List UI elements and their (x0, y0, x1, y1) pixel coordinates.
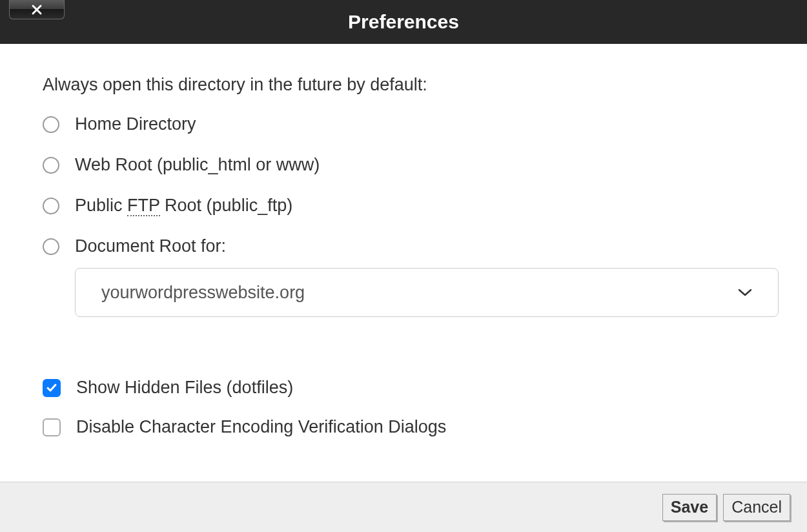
checkbox-disable-encoding[interactable] (43, 418, 61, 436)
checkbox-group: Show Hidden Files (dotfiles) Disable Cha… (43, 378, 764, 437)
close-icon (30, 3, 43, 16)
radio-row-ftp: Public FTP Root (public_ftp) (43, 196, 764, 216)
radio-document-root[interactable] (43, 238, 59, 255)
checkbox-row-show-hidden: Show Hidden Files (dotfiles) (43, 378, 764, 398)
cancel-button[interactable]: Cancel (723, 494, 790, 521)
document-root-select[interactable]: yourwordpresswebsite.org (75, 268, 779, 317)
dialog-title: Preferences (348, 11, 459, 33)
radio-public-ftp[interactable] (43, 198, 59, 214)
radio-label-document-root[interactable]: Document Root for: (75, 236, 226, 256)
document-root-select-wrapper: yourwordpresswebsite.org (75, 268, 764, 317)
document-root-select-value: yourwordpresswebsite.org (101, 283, 305, 303)
section-heading: Always open this directory in the future… (43, 75, 764, 95)
dialog-footer: Save Cancel (0, 482, 807, 532)
radio-row-home: Home Directory (43, 114, 764, 134)
checkbox-label-show-hidden[interactable]: Show Hidden Files (dotfiles) (76, 378, 293, 398)
radio-home-directory[interactable] (43, 116, 59, 133)
titlebar: Preferences (0, 0, 807, 44)
radio-label-home[interactable]: Home Directory (75, 114, 196, 134)
check-icon (46, 382, 57, 394)
save-button[interactable]: Save (662, 494, 717, 521)
radio-row-webroot: Web Root (public_html or www) (43, 155, 764, 175)
default-directory-radio-group: Home Directory Web Root (public_html or … (43, 114, 764, 317)
checkbox-show-hidden[interactable] (43, 379, 61, 397)
checkbox-label-disable-encoding[interactable]: Disable Character Encoding Verification … (76, 417, 446, 437)
checkbox-row-disable-encoding: Disable Character Encoding Verification … (43, 417, 764, 437)
radio-label-webroot[interactable]: Web Root (public_html or www) (75, 155, 320, 175)
dialog-content: Always open this directory in the future… (0, 44, 807, 450)
radio-row-document-root: Document Root for: (43, 236, 764, 256)
radio-label-ftp[interactable]: Public FTP Root (public_ftp) (75, 196, 292, 216)
close-button[interactable] (9, 0, 65, 19)
radio-row-document-root-container: Document Root for: yourwordpresswebsite.… (43, 236, 764, 317)
chevron-down-icon (738, 288, 752, 297)
radio-web-root[interactable] (43, 157, 59, 174)
